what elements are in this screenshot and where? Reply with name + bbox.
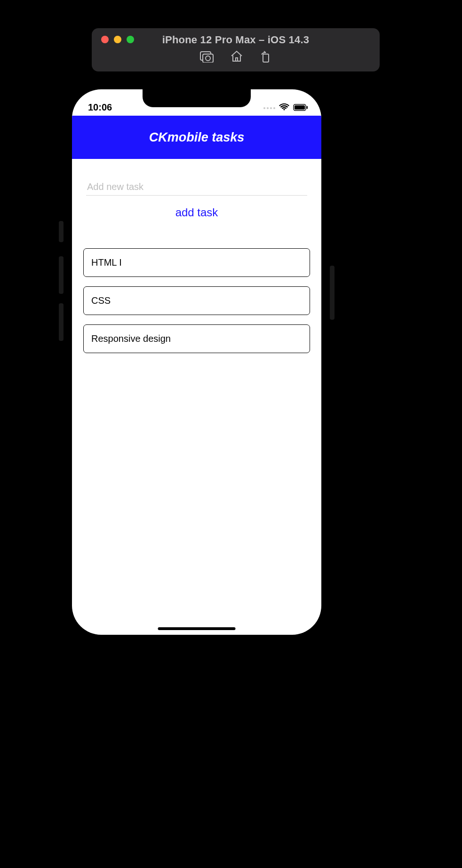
wifi-icon bbox=[279, 103, 289, 113]
home-icon[interactable] bbox=[230, 50, 243, 64]
svg-rect-4 bbox=[263, 54, 269, 62]
home-indicator[interactable] bbox=[158, 627, 236, 630]
svg-rect-1 bbox=[203, 54, 213, 63]
window-traffic-lights bbox=[101, 36, 134, 43]
simulator-toolbar bbox=[200, 50, 271, 65]
window-close-button[interactable] bbox=[101, 36, 109, 43]
cellular-dots-icon bbox=[263, 107, 275, 109]
app-title: CKmobile tasks bbox=[149, 130, 245, 145]
status-time: 10:06 bbox=[88, 102, 112, 113]
phone-notch bbox=[143, 89, 251, 107]
add-task-button[interactable]: add task bbox=[175, 206, 218, 219]
app-header: CKmobile tasks bbox=[72, 116, 321, 159]
simulator-title: iPhone 12 Pro Max – iOS 14.3 bbox=[98, 34, 373, 46]
task-item[interactable]: HTML I bbox=[83, 248, 310, 277]
phone-power-button bbox=[330, 266, 335, 320]
svg-rect-7 bbox=[307, 106, 308, 109]
rotate-icon[interactable] bbox=[259, 50, 271, 65]
svg-rect-3 bbox=[236, 58, 238, 61]
simulator-window-chrome: iPhone 12 Pro Max – iOS 14.3 bbox=[92, 28, 380, 71]
task-input[interactable] bbox=[86, 179, 307, 196]
status-indicators bbox=[263, 103, 308, 113]
svg-rect-6 bbox=[295, 105, 305, 110]
phone-volume-up bbox=[59, 256, 64, 294]
simulator-titlebar: iPhone 12 Pro Max – iOS 14.3 bbox=[98, 33, 373, 47]
task-item[interactable]: Responsive design bbox=[83, 324, 310, 353]
task-item[interactable]: CSS bbox=[83, 286, 310, 315]
window-zoom-button[interactable] bbox=[127, 36, 134, 43]
window-minimize-button[interactable] bbox=[114, 36, 121, 43]
phone-volume-down bbox=[59, 303, 64, 341]
phone-frame: 10:06 bbox=[63, 80, 331, 644]
task-list: HTML I CSS Responsive design bbox=[72, 224, 321, 353]
phone-screen: 10:06 bbox=[72, 89, 321, 635]
screenshot-icon[interactable] bbox=[200, 50, 214, 64]
phone-mute-switch bbox=[59, 221, 64, 242]
battery-icon bbox=[293, 104, 308, 113]
add-task-form: add task bbox=[72, 159, 321, 224]
